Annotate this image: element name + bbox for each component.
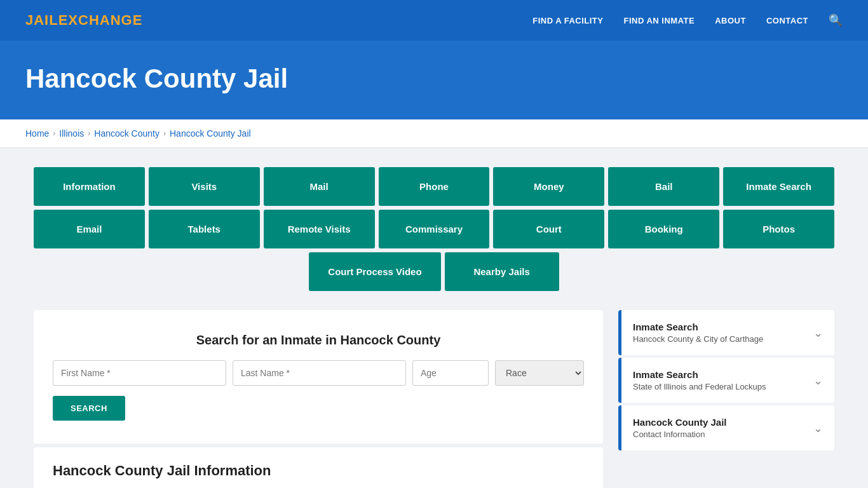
sidebar-card-1[interactable]: Inmate Search State of Illinois and Fede… [618, 358, 834, 403]
search-panel: Search for an Inmate in Hancock County R… [34, 310, 603, 444]
sidebar-card-2[interactable]: Hancock County Jail Contact Information … [618, 405, 834, 451]
breadcrumb-sep-3: › [163, 129, 166, 138]
btn-inmate-search[interactable]: Inmate Search [723, 167, 834, 206]
btn-court-process-video[interactable]: Court Process Video [309, 252, 440, 291]
button-grid-row2: Email Tablets Remote Visits Commissary C… [34, 210, 834, 248]
sidebar-card-1-title: Inmate Search [633, 369, 766, 380]
breadcrumb: Home › Illinois › Hancock County › Hanco… [25, 128, 843, 139]
breadcrumb-sep-1: › [53, 129, 55, 138]
nav-find-facility[interactable]: FIND A FACILITY [532, 16, 603, 25]
breadcrumb-hancock-county[interactable]: Hancock County [94, 128, 159, 139]
site-logo[interactable]: JAILEXCHANGE [25, 12, 142, 29]
breadcrumb-current: Hancock County Jail [170, 128, 251, 139]
btn-bail[interactable]: Bail [608, 167, 719, 206]
page-title: Hancock County Jail [25, 64, 843, 94]
content-row: Search for an Inmate in Hancock County R… [34, 310, 834, 488]
chevron-down-icon-0: ⌄ [813, 326, 823, 340]
info-title: Hancock County Jail Information [53, 463, 584, 479]
nav-search-icon[interactable]: 🔍 [829, 13, 843, 27]
navbar: JAILEXCHANGE FIND A FACILITY FIND AN INM… [0, 0, 868, 41]
last-name-input[interactable] [233, 360, 406, 386]
btn-nearby-jails[interactable]: Nearby Jails [445, 252, 559, 291]
btn-mail[interactable]: Mail [264, 167, 375, 206]
btn-money[interactable]: Money [493, 167, 604, 206]
btn-visits[interactable]: Visits [149, 167, 260, 206]
first-name-input[interactable] [53, 360, 226, 386]
button-grid-row1: Information Visits Mail Phone Money Bail… [34, 167, 834, 206]
sidebar-card-0[interactable]: Inmate Search Hancock County & City of C… [618, 310, 834, 355]
btn-email[interactable]: Email [34, 210, 145, 248]
chevron-down-icon-2: ⌄ [813, 421, 823, 435]
nav-find-inmate[interactable]: FIND AN INMATE [623, 16, 695, 25]
hero-section: Hancock County Jail [0, 41, 868, 119]
chevron-down-icon-1: ⌄ [813, 374, 823, 388]
sidebar-card-2-title: Hancock County Jail [633, 417, 727, 428]
info-section: Hancock County Jail Information [34, 447, 603, 488]
nav-about[interactable]: ABOUT [715, 16, 746, 25]
search-title: Search for an Inmate in Hancock County [53, 333, 584, 348]
btn-remote-visits[interactable]: Remote Visits [264, 210, 375, 248]
btn-booking[interactable]: Booking [608, 210, 719, 248]
nav-links: FIND A FACILITY FIND AN INMATE ABOUT CON… [532, 13, 843, 27]
btn-court[interactable]: Court [493, 210, 604, 248]
breadcrumb-sep-2: › [88, 129, 90, 138]
nav-contact[interactable]: CONTACT [766, 16, 808, 25]
btn-commissary[interactable]: Commissary [379, 210, 490, 248]
breadcrumb-home[interactable]: Home [25, 128, 49, 139]
race-select[interactable]: Race White Black Hispanic Asian Other [495, 360, 584, 386]
age-input[interactable] [412, 360, 489, 386]
sidebar-card-2-subtitle: Contact Information [633, 430, 727, 439]
sidebar-card-0-subtitle: Hancock County & City of Carthage [633, 334, 763, 344]
logo-jail: JAIL [25, 12, 58, 28]
breadcrumb-illinois[interactable]: Illinois [59, 128, 84, 139]
btn-tablets[interactable]: Tablets [149, 210, 260, 248]
btn-phone[interactable]: Phone [379, 167, 490, 206]
sidebar-card-1-subtitle: State of Illinois and Federal Lockups [633, 382, 766, 391]
main-content: Information Visits Mail Phone Money Bail… [21, 148, 847, 488]
sidebar: Inmate Search Hancock County & City of C… [618, 310, 834, 453]
button-grid-row3: Court Process Video Nearby Jails [34, 252, 834, 291]
search-button[interactable]: SEARCH [53, 396, 125, 421]
breadcrumb-bar: Home › Illinois › Hancock County › Hanco… [0, 119, 868, 148]
logo-exchange: EXCHANGE [58, 12, 143, 28]
sidebar-card-0-title: Inmate Search [633, 322, 763, 332]
btn-information[interactable]: Information [34, 167, 145, 206]
btn-photos[interactable]: Photos [723, 210, 834, 248]
search-fields: Race White Black Hispanic Asian Other [53, 360, 584, 386]
